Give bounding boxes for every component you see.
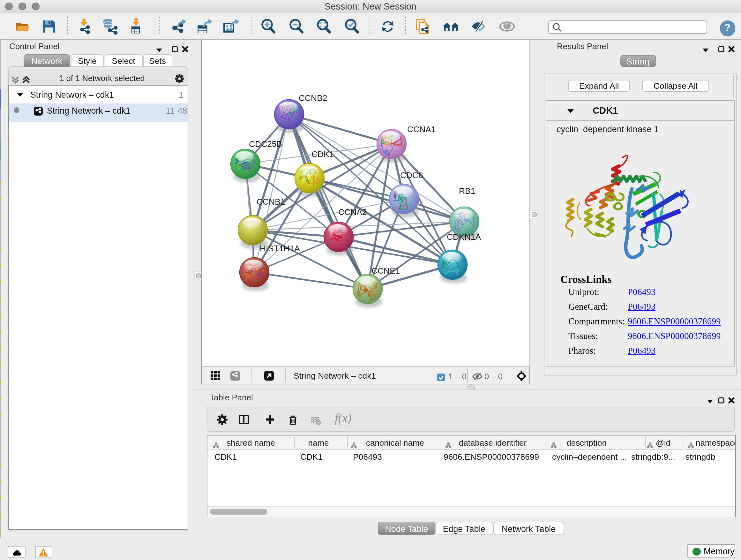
- svg-text:CCNA1: CCNA1: [407, 124, 435, 134]
- svg-text:CCNB1: CCNB1: [256, 197, 285, 206]
- svg-text:CCNA2: CCNA2: [338, 207, 366, 216]
- svg-text:HIST1H1A: HIST1H1A: [259, 243, 300, 253]
- svg-text:CCNE1: CCNE1: [371, 266, 400, 275]
- svg-text:CCNB2: CCNB2: [298, 93, 327, 103]
- svg-text:CDC6: CDC6: [400, 170, 423, 180]
- svg-text:CDC25B: CDC25B: [249, 139, 282, 148]
- svg-text:CDKN1A: CDKN1A: [447, 232, 481, 241]
- svg-text:RB1: RB1: [459, 186, 475, 195]
- svg-text:CDK1: CDK1: [311, 149, 333, 159]
